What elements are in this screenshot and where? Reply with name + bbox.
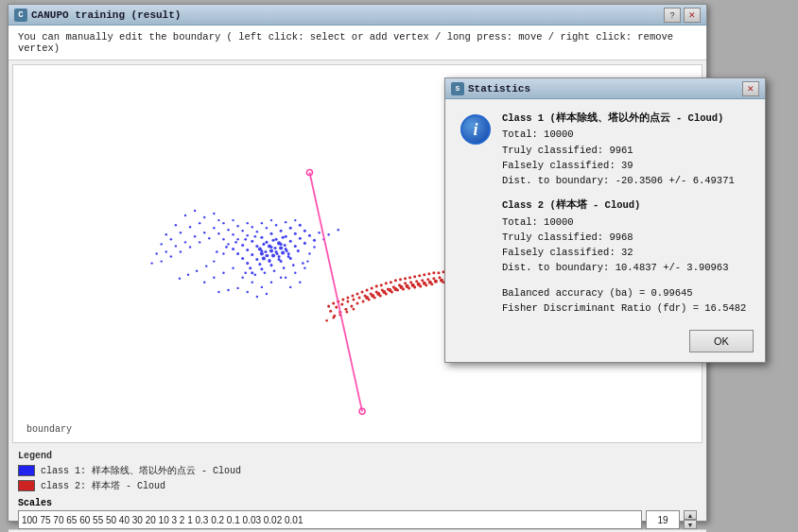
svg-point-235 <box>325 319 328 322</box>
scales-area: Scales ▲ ▼ <box>9 494 706 529</box>
ok-button[interactable]: OK <box>689 330 754 352</box>
svg-point-32 <box>247 222 249 224</box>
scales-number[interactable] <box>646 510 680 529</box>
stats-class2-block: Class 2 (样本塔 - Cloud) Total: 10000 Truly… <box>502 197 752 275</box>
svg-point-82 <box>278 255 281 258</box>
svg-point-64 <box>251 253 253 256</box>
svg-point-49 <box>251 240 253 243</box>
svg-point-198 <box>415 280 418 283</box>
svg-point-18 <box>203 232 205 233</box>
stats-close-button[interactable]: ✕ <box>742 81 759 96</box>
svg-point-38 <box>270 219 272 221</box>
svg-point-114 <box>276 252 279 255</box>
svg-point-128 <box>222 252 224 254</box>
info-icon: i <box>460 114 491 145</box>
svg-point-223 <box>376 292 380 296</box>
close-button[interactable]: ✕ <box>684 8 701 23</box>
svg-point-148 <box>216 250 218 253</box>
svg-point-16 <box>184 241 186 243</box>
svg-point-142 <box>338 229 339 231</box>
main-title-bar: C CANUPO training (result) ? ✕ <box>9 5 706 26</box>
class1-falsely: Falsely classified: 39 <box>502 158 752 173</box>
svg-point-44 <box>275 224 277 226</box>
svg-point-42 <box>256 231 258 232</box>
svg-point-105 <box>256 296 258 298</box>
svg-point-225 <box>388 288 391 292</box>
svg-point-111 <box>274 247 277 249</box>
svg-point-109 <box>282 236 285 239</box>
stats-dialog-title: Statistics <box>468 83 530 94</box>
svg-point-132 <box>187 274 189 276</box>
svg-point-185 <box>340 303 343 306</box>
svg-point-76 <box>294 245 297 248</box>
svg-point-176 <box>423 273 425 276</box>
svg-point-104 <box>247 291 249 293</box>
svg-point-50 <box>260 236 263 239</box>
statistics-dialog: S Statistics ✕ i Class 1 (样本除线、塔以外的点云 - … <box>444 77 766 363</box>
svg-point-188 <box>358 296 361 299</box>
svg-point-93 <box>232 266 234 268</box>
svg-point-146 <box>234 241 237 244</box>
svg-point-11 <box>213 213 215 215</box>
svg-point-47 <box>232 248 234 250</box>
svg-point-138 <box>306 260 308 262</box>
svg-point-77 <box>304 242 306 245</box>
svg-point-80 <box>258 263 261 266</box>
svg-point-139 <box>304 266 305 268</box>
svg-point-90 <box>203 282 205 283</box>
svg-point-116 <box>268 260 270 263</box>
svg-point-107 <box>262 243 265 246</box>
svg-point-207 <box>356 302 358 305</box>
svg-point-143 <box>327 233 329 235</box>
scales-input[interactable] <box>18 510 642 529</box>
svg-point-54 <box>299 224 302 227</box>
svg-point-39 <box>227 243 229 245</box>
svg-point-3 <box>184 215 186 216</box>
svg-point-21 <box>232 219 234 221</box>
svg-point-208 <box>362 300 365 303</box>
svg-point-202 <box>438 276 441 279</box>
svg-point-96 <box>261 286 263 288</box>
legend-item-2: class 2: 样本塔 - Cloud <box>18 479 697 492</box>
svg-point-131 <box>196 269 198 271</box>
class2-truly: Truly classified: 9968 <box>502 230 752 245</box>
svg-point-46 <box>294 219 296 221</box>
svg-point-108 <box>272 239 275 242</box>
svg-point-161 <box>351 294 354 297</box>
svg-point-70 <box>308 234 311 237</box>
svg-point-164 <box>366 288 369 291</box>
svg-point-112 <box>284 244 286 247</box>
svg-point-24 <box>170 255 172 257</box>
scales-down-button[interactable]: ▼ <box>684 520 697 529</box>
svg-point-125 <box>262 257 266 261</box>
svg-point-72 <box>255 258 258 261</box>
svg-point-5 <box>161 243 163 245</box>
svg-point-144 <box>244 238 247 241</box>
svg-point-25 <box>180 250 182 252</box>
svg-point-53 <box>289 227 292 230</box>
svg-point-4 <box>194 210 196 212</box>
svg-point-19 <box>213 227 215 229</box>
svg-point-163 <box>361 290 364 293</box>
svg-point-102 <box>227 289 229 291</box>
svg-point-169 <box>390 281 392 283</box>
scales-up-button[interactable]: ▲ <box>684 510 697 520</box>
svg-point-98 <box>280 277 282 279</box>
legend-label-2: class 2: 样本塔 - Cloud <box>41 479 165 492</box>
class2-falsely: Falsely classified: 32 <box>502 245 752 260</box>
svg-point-229 <box>411 283 415 287</box>
stats-summary: Balanced accuracy (ba) = 0.99645 Fisher … <box>502 285 752 317</box>
svg-point-156 <box>327 305 330 308</box>
help-button[interactable]: ? <box>664 8 681 23</box>
stats-class1-block: Class 1 (样本除线、塔以外的点云 - Cloud) Total: 100… <box>502 111 752 188</box>
svg-point-170 <box>394 279 397 282</box>
svg-point-40 <box>236 238 238 240</box>
main-window-icon: C <box>14 9 27 22</box>
svg-point-2 <box>175 224 177 226</box>
svg-point-136 <box>313 246 315 248</box>
svg-point-236 <box>332 317 335 319</box>
svg-point-61 <box>294 232 297 235</box>
svg-point-197 <box>409 281 412 283</box>
svg-point-226 <box>393 287 397 291</box>
svg-point-101 <box>217 291 219 293</box>
